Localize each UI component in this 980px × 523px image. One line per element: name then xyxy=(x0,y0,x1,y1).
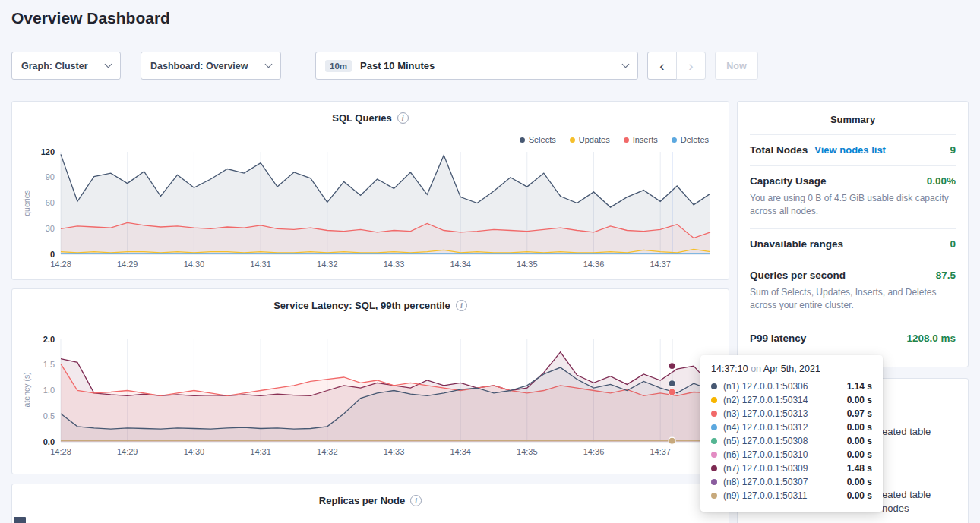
toolbar: Graph: Cluster Dashboard: Overview 10m P… xyxy=(0,52,980,80)
legend-item-updates[interactable]: Updates xyxy=(570,135,610,144)
capacity-usage-label: Capacity Usage xyxy=(750,175,827,187)
tooltip-node-row: (n1) 127.0.0.1:503061.14 s xyxy=(711,380,872,393)
svg-text:14:29: 14:29 xyxy=(117,260,138,269)
summary-panel: Summary Total Nodes View nodes list 9 Ca… xyxy=(737,101,969,367)
summary-row-unavailable-ranges: Unavailable ranges 0 xyxy=(750,228,956,260)
tooltip-node-row: (n9) 127.0.0.1:503110.00 s xyxy=(711,489,872,503)
series-color-dot-icon xyxy=(711,452,717,458)
sql-queries-panel: SQL Queries i SelectsUpdatesInsertsDelet… xyxy=(11,101,729,280)
total-nodes-value: 9 xyxy=(950,144,956,156)
unavailable-ranges-label: Unavailable ranges xyxy=(750,238,843,250)
time-nav-group: ‹ › xyxy=(647,52,706,80)
sql-queries-title: SQL Queries xyxy=(332,112,392,124)
svg-text:1.0: 1.0 xyxy=(43,386,55,395)
svg-text:14:28: 14:28 xyxy=(50,447,71,456)
replicas-title: Replicas per Node xyxy=(319,495,405,506)
sql-legend: SelectsUpdatesInsertsDeletes xyxy=(520,135,709,144)
chevron-down-icon xyxy=(105,61,112,68)
view-nodes-list-link[interactable]: View nodes list xyxy=(814,144,886,156)
series-color-dot-icon xyxy=(711,438,717,444)
series-color-dot-icon xyxy=(711,397,717,403)
svg-text:14:30: 14:30 xyxy=(184,447,205,456)
svg-text:14:34: 14:34 xyxy=(450,447,471,456)
time-prev-button[interactable]: ‹ xyxy=(647,52,677,80)
sql-queries-chart[interactable]: 14:2814:2914:3014:3114:3214:3314:3414:35… xyxy=(21,146,721,273)
summary-row-capacity: Capacity Usage 0.00% You are using 0 B o… xyxy=(750,165,956,228)
svg-text:0.5: 0.5 xyxy=(43,411,55,421)
series-color-dot-icon xyxy=(711,493,717,499)
svg-text:0: 0 xyxy=(50,250,55,259)
svg-text:30: 30 xyxy=(46,224,55,233)
event-text-fragment: eated table xyxy=(882,426,931,437)
svg-text:14:31: 14:31 xyxy=(250,260,271,269)
summary-row-qps: Queries per second 87.5 Sum of Selects, … xyxy=(750,260,956,323)
chevron-down-icon xyxy=(265,61,273,68)
svg-text:14:37: 14:37 xyxy=(650,260,671,269)
tooltip-node-row: (n2) 127.0.0.1:503140.00 s xyxy=(711,393,872,407)
page-title: Overview Dashboard xyxy=(11,9,170,27)
service-latency-title: Service Latency: SQL, 99th percentile xyxy=(273,300,450,311)
svg-text:90: 90 xyxy=(46,172,55,181)
qps-description: Sum of Selects, Updates, Inserts, and De… xyxy=(750,286,956,313)
sql-queries-title-row: SQL Queries i xyxy=(12,112,729,124)
qps-value: 87.5 xyxy=(936,269,956,281)
time-range-badge: 10m xyxy=(325,60,352,72)
series-color-dot-icon xyxy=(711,383,717,389)
event-text-fragment: nodes xyxy=(882,503,909,514)
unavailable-ranges-value: 0 xyxy=(950,238,956,250)
now-button: Now xyxy=(715,52,758,80)
svg-text:14:33: 14:33 xyxy=(384,447,405,456)
legend-item-inserts[interactable]: Inserts xyxy=(624,135,658,144)
clipped-y-axis-label xyxy=(14,517,26,523)
replicas-per-node-panel: Replicas per Node i xyxy=(11,484,729,523)
p99-latency-label: P99 latency xyxy=(750,332,806,344)
legend-dot-icon xyxy=(520,137,525,143)
svg-text:14:37: 14:37 xyxy=(650,447,671,456)
svg-text:2.0: 2.0 xyxy=(43,335,55,344)
info-icon[interactable]: i xyxy=(456,300,467,311)
svg-text:latency (s): latency (s) xyxy=(22,372,31,408)
time-range-selector[interactable]: 10m Past 10 Minutes xyxy=(315,52,638,80)
svg-text:14:30: 14:30 xyxy=(184,260,205,269)
info-icon[interactable]: i xyxy=(397,112,409,124)
series-color-dot-icon xyxy=(711,465,717,471)
svg-text:queries: queries xyxy=(22,190,31,216)
svg-text:14:28: 14:28 xyxy=(50,260,71,269)
svg-text:14:29: 14:29 xyxy=(117,447,138,456)
legend-dot-icon xyxy=(672,137,677,143)
series-color-dot-icon xyxy=(711,479,717,485)
service-latency-chart[interactable]: 14:2814:2914:3014:3114:3214:3314:3414:35… xyxy=(21,333,721,461)
tooltip-rows: (n1) 127.0.0.1:503061.14 s(n2) 127.0.0.1… xyxy=(711,380,872,503)
series-color-dot-icon xyxy=(711,424,717,430)
svg-text:14:32: 14:32 xyxy=(317,260,338,269)
service-latency-title-row: Service Latency: SQL, 99th percentile i xyxy=(12,300,729,311)
svg-text:14:32: 14:32 xyxy=(317,447,338,456)
svg-text:0.0: 0.0 xyxy=(43,437,55,446)
tooltip-node-row: (n6) 127.0.0.1:503100.00 s xyxy=(711,448,872,462)
svg-text:1.5: 1.5 xyxy=(43,360,55,369)
capacity-usage-value: 0.00% xyxy=(927,175,956,187)
summary-title: Summary xyxy=(750,102,956,134)
graph-selector-label: Graph: Cluster xyxy=(21,61,88,71)
tooltip-timestamp: 14:37:10 on Apr 5th, 2021 xyxy=(711,364,872,374)
legend-dot-icon xyxy=(570,137,575,143)
overview-dashboard-page: Overview Dashboard Graph: Cluster Dashbo… xyxy=(0,0,980,523)
legend-item-deletes[interactable]: Deletes xyxy=(672,135,709,144)
legend-item-selects[interactable]: Selects xyxy=(520,135,556,144)
svg-text:14:36: 14:36 xyxy=(583,447,605,456)
capacity-usage-description: You are using 0 B of 4.5 GiB usable disk… xyxy=(750,192,956,219)
graph-selector-dropdown[interactable]: Graph: Cluster xyxy=(11,52,121,80)
dashboard-selector-label: Dashboard: Overview xyxy=(150,61,248,71)
tooltip-node-row: (n7) 127.0.0.1:503091.48 s xyxy=(711,462,872,475)
qps-label: Queries per second xyxy=(750,269,846,281)
dashboard-selector-dropdown[interactable]: Dashboard: Overview xyxy=(141,52,281,80)
tooltip-node-row: (n5) 127.0.0.1:503080.00 s xyxy=(711,434,872,448)
svg-text:14:35: 14:35 xyxy=(517,260,538,269)
info-icon[interactable]: i xyxy=(410,495,422,506)
series-color-dot-icon xyxy=(711,411,717,417)
service-latency-panel: Service Latency: SQL, 99th percentile i … xyxy=(11,288,729,474)
svg-text:60: 60 xyxy=(46,198,55,207)
svg-text:120: 120 xyxy=(41,147,55,156)
replicas-title-row: Replicas per Node i xyxy=(12,495,729,506)
svg-text:14:34: 14:34 xyxy=(450,260,471,269)
